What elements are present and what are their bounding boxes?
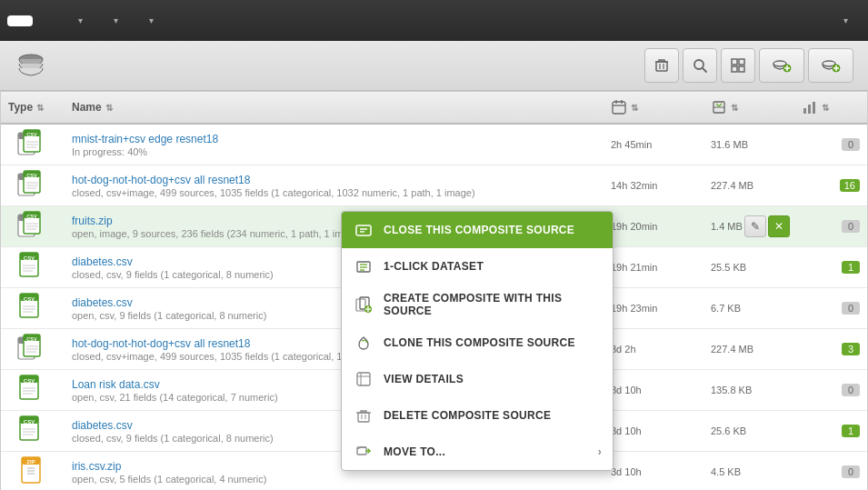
context-menu: CLOSE THIS COMPOSITE SOURCE 1-CLICK DATA… — [341, 211, 614, 471]
nav-supervised[interactable]: ▾ — [62, 10, 95, 31]
size-cell: 6.7 KB — [703, 299, 794, 317]
search-button[interactable] — [683, 48, 717, 83]
source-name-link[interactable]: diabetes.csv — [72, 419, 133, 432]
source-name-link[interactable]: mnist-train+csv edge resnet18 — [72, 133, 218, 145]
date-cell: 19h 21min — [604, 258, 703, 276]
type-icon-csv: CSV — [16, 415, 49, 447]
move-icon — [353, 441, 374, 463]
svg-rect-10 — [739, 66, 744, 72]
source-desc: closed, csv+image, 499 sources, 1035 fie… — [72, 187, 475, 198]
delete-icon — [353, 405, 374, 426]
size-cell: 25.5 KB — [703, 258, 794, 276]
new-source-button[interactable] — [808, 48, 853, 83]
delete-button[interactable] — [644, 48, 679, 83]
type-icon-cell: CSV — [1, 165, 65, 205]
sources-icon — [15, 49, 47, 82]
context-menu-item[interactable]: DELETE COMPOSITE SOURCE — [342, 397, 613, 434]
nav-datasets[interactable] — [35, 15, 60, 26]
type-icon-zip: ZIP — [16, 455, 49, 488]
composite-create-icon — [353, 294, 374, 315]
source-name-link[interactable]: hot-dog-not-hot-dog+csv all resnet18 — [72, 174, 250, 186]
nav-predictions[interactable]: ▾ — [133, 10, 166, 31]
source-desc: closed, csv, 9 fields (1 categorical, 8 … — [72, 433, 274, 444]
date-cell: 3d 10h — [604, 422, 703, 440]
col-date[interactable]: ⇅ — [604, 99, 703, 115]
svg-rect-1 — [656, 62, 667, 71]
size-cell: 227.4 MB — [703, 176, 794, 195]
close-source-button[interactable]: ✕ — [768, 215, 790, 237]
source-name-link[interactable]: hot-dog-not-hot-dog+csv all resnet18 — [72, 337, 250, 350]
col-type[interactable]: Type ⇅ — [1, 101, 65, 114]
source-name-link[interactable]: fruits.zip — [72, 215, 113, 227]
date-cell: 14h 32min — [604, 176, 703, 195]
context-menu-label: CLONE THIS COMPOSITE SOURCE — [384, 336, 575, 349]
context-menu-label: VIEW DETAILS — [384, 373, 464, 385]
source-name-link[interactable]: diabetes.csv — [72, 296, 133, 309]
table-header: Type ⇅ Name ⇅ ⇅ ⇅ ⇅ — [1, 92, 867, 125]
col-chart[interactable]: ⇅ — [794, 99, 867, 115]
nav-unsupervised[interactable]: ▾ — [97, 10, 131, 31]
create-composite-button[interactable] — [759, 48, 804, 83]
svg-text:CSV: CSV — [26, 214, 37, 219]
svg-text:CSV: CSV — [26, 336, 37, 342]
dataset-count-badge: 3 — [842, 343, 860, 355]
size-cell: 31.6 MB — [703, 135, 794, 154]
type-icon-cell: CSV — [1, 288, 65, 328]
col-size[interactable]: ⇅ — [703, 99, 794, 115]
badge-cell: 0 — [794, 135, 867, 155]
context-menu-item[interactable]: MOVE TO... › — [342, 434, 613, 470]
context-menu-item[interactable]: CREATE COMPOSITE WITH THIS SOURCE — [342, 285, 613, 325]
row-actions: ✎ ✕ — [744, 215, 790, 237]
svg-rect-25 — [803, 108, 806, 114]
date-cell: 19h 20min — [604, 217, 703, 235]
type-icon-csv: CSV — [16, 374, 49, 406]
size-cell: 135.8 KB — [703, 381, 794, 399]
nav-tasks[interactable] — [168, 15, 194, 26]
source-desc: closed, csv, 9 fields (1 categorical, 8 … — [72, 269, 274, 280]
svg-rect-102 — [357, 373, 370, 385]
badge-cell: 0 — [794, 462, 867, 482]
dataset-count-badge: 1 — [842, 425, 860, 437]
context-menu-item[interactable]: 1-CLICK DATASET — [342, 248, 613, 285]
dataset-count-badge: 0 — [842, 220, 860, 233]
unsupervised-dropdown-arrow: ▾ — [114, 15, 118, 25]
badge-cell: 0 — [794, 380, 867, 400]
nav-user[interactable]: ▾ — [827, 10, 861, 31]
svg-text:CSV: CSV — [26, 173, 37, 178]
badge-cell: 1 — [794, 421, 867, 441]
svg-rect-26 — [808, 105, 811, 114]
edit-source-button[interactable]: ✎ — [744, 215, 766, 237]
badge-cell: 1 — [794, 257, 867, 277]
context-menu-item[interactable]: VIEW DETAILS — [342, 361, 613, 397]
source-name-link[interactable]: diabetes.csv — [72, 255, 133, 268]
type-icon-composite-csv: CSV — [16, 333, 49, 365]
grid-view-button[interactable] — [721, 48, 755, 83]
source-name-link[interactable]: iris.csv.zip — [72, 460, 121, 473]
nav-sources[interactable] — [7, 15, 33, 26]
svg-text:CSV: CSV — [24, 255, 35, 261]
type-icon-cell: ZIP — [1, 452, 65, 490]
user-dropdown-arrow: ▾ — [843, 15, 848, 25]
type-icon-cell: CSV — [1, 370, 65, 410]
svg-text:CSV: CSV — [24, 296, 35, 302]
size-sort-icon: ⇅ — [731, 103, 738, 113]
badge-cell: 16 — [794, 175, 867, 195]
details-icon — [353, 368, 374, 390]
size-cell: 25.6 KB — [703, 422, 794, 440]
context-menu-item[interactable]: CLOSE THIS COMPOSITE SOURCE — [342, 212, 613, 248]
badge-cell: 3 — [794, 339, 867, 359]
context-menu-label: CREATE COMPOSITE WITH THIS SOURCE — [384, 292, 593, 317]
context-menu-item[interactable]: CLONE THIS COMPOSITE SOURCE — [342, 325, 613, 361]
size-cell: 227.4 MB — [703, 340, 794, 358]
svg-rect-9 — [732, 66, 737, 72]
col-name[interactable]: Name ⇅ — [65, 101, 604, 114]
composite-icon — [353, 219, 374, 241]
size-cell: 4.5 KB — [703, 463, 794, 481]
source-name-link[interactable]: Loan risk data.csv — [72, 378, 160, 391]
dataset-count-badge: 1 — [842, 261, 860, 274]
date-sort-icon: ⇅ — [631, 103, 638, 113]
date-cell: 3d 10h — [604, 381, 703, 399]
source-desc: open, image, 9 sources, 236 fields (234 … — [72, 228, 363, 239]
svg-rect-27 — [813, 102, 815, 114]
source-desc: open, csv, 9 fields (1 categorical, 8 nu… — [72, 310, 266, 321]
